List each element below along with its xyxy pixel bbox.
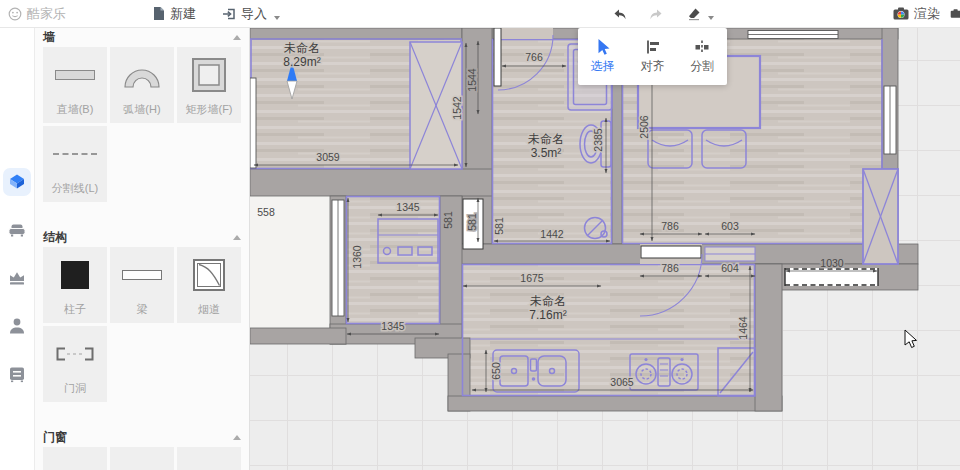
mouse-cursor bbox=[905, 330, 917, 348]
dimension-label: 1544 bbox=[466, 68, 478, 92]
dimension-label: 604 bbox=[721, 262, 739, 274]
tool-double-door[interactable] bbox=[110, 447, 174, 470]
tool-straight-wall[interactable]: 直墙(B) bbox=[43, 47, 107, 123]
tool-rect-wall[interactable]: 矩形墙(F) bbox=[177, 47, 241, 123]
flue-icon bbox=[177, 247, 241, 303]
dimension-label: 1345 bbox=[381, 320, 405, 332]
split-label: 分割 bbox=[690, 58, 714, 75]
room-name[interactable]: 未命名 bbox=[528, 132, 564, 146]
canvas-toolbar: 选择 对齐 分割 bbox=[578, 28, 727, 85]
dimension-label: 3059 bbox=[316, 151, 340, 163]
tool-door-opening[interactable]: 门洞 bbox=[43, 326, 107, 402]
dimension-label: 603 bbox=[721, 220, 739, 232]
undo-button[interactable] bbox=[612, 7, 627, 21]
tool-divider-line[interactable]: 分割线(L) bbox=[43, 126, 107, 202]
render-button[interactable]: 渲染 bbox=[893, 5, 940, 23]
column-icon bbox=[43, 247, 107, 303]
tool-single-door[interactable] bbox=[43, 447, 107, 470]
dimension-label: 581 bbox=[466, 213, 478, 231]
select-cursor-icon bbox=[594, 38, 612, 56]
home-cube-icon bbox=[8, 173, 26, 191]
section-header-wall[interactable]: 墙 bbox=[43, 29, 241, 45]
rail-account-item[interactable] bbox=[3, 312, 31, 340]
dimension-label: 786 bbox=[661, 220, 679, 232]
undo-icon bbox=[612, 7, 627, 21]
eraser-caret-icon bbox=[708, 16, 714, 20]
rail-storage-item[interactable] bbox=[3, 360, 31, 388]
topbar: 酷家乐 新建 导入 bbox=[0, 0, 960, 28]
select-label: 选择 bbox=[591, 58, 615, 75]
dimension-label: 1030 bbox=[820, 257, 844, 269]
room-name[interactable]: 未命名 bbox=[284, 41, 320, 55]
collapse-icon bbox=[233, 435, 241, 440]
top-window bbox=[748, 31, 838, 39]
dimension-label: 558 bbox=[257, 206, 275, 218]
app-window: 酷家乐 新建 导入 bbox=[0, 0, 960, 470]
tool-column[interactable]: 柱子 bbox=[43, 247, 107, 323]
dimension-label: 650 bbox=[490, 362, 502, 380]
right-wall-window bbox=[884, 86, 896, 154]
tool-window[interactable] bbox=[177, 447, 241, 470]
room-area: 3.5m² bbox=[531, 146, 562, 160]
import-label: 导入 bbox=[241, 5, 267, 23]
eraser-button[interactable] bbox=[686, 7, 714, 21]
smiley-logo-icon bbox=[8, 7, 22, 21]
dimension-label: 1464 bbox=[737, 316, 749, 340]
section-header-structure[interactable]: 结构 bbox=[43, 229, 241, 245]
section-title: 门窗 bbox=[43, 429, 67, 446]
align-tool-button[interactable]: 对齐 bbox=[628, 28, 678, 85]
align-label: 对齐 bbox=[641, 58, 665, 75]
sliding-opening bbox=[705, 247, 755, 261]
render-camera-icon bbox=[893, 7, 909, 20]
door-opening-icon bbox=[43, 326, 107, 382]
window-icon bbox=[177, 447, 241, 470]
tool-flue[interactable]: 烟道 bbox=[177, 247, 241, 323]
app-logo[interactable]: 酷家乐 bbox=[8, 0, 66, 27]
collapse-icon bbox=[233, 235, 241, 240]
import-icon bbox=[222, 7, 236, 21]
dimension-label: 581 bbox=[442, 211, 454, 229]
new-label: 新建 bbox=[170, 5, 196, 23]
rail-furniture-item[interactable] bbox=[3, 216, 31, 244]
dimension-label: 1360 bbox=[351, 245, 363, 269]
rail-vip-item[interactable] bbox=[3, 264, 31, 292]
align-icon bbox=[644, 38, 662, 56]
import-caret-icon bbox=[274, 16, 280, 20]
dimension-label: 1345 bbox=[396, 201, 420, 213]
dimension-label: 766 bbox=[525, 51, 543, 63]
floorplan-canvas[interactable]: 3059 1542 766 1544 581 1442 2385 2506 55… bbox=[250, 28, 960, 470]
rect-wall-icon bbox=[177, 47, 241, 103]
tool-beam[interactable]: 梁 bbox=[110, 247, 174, 323]
room-name[interactable]: 未命名 bbox=[530, 294, 566, 308]
wardrobe[interactable] bbox=[863, 169, 898, 264]
render-label: 渲染 bbox=[914, 5, 940, 23]
sofa-icon bbox=[7, 220, 27, 240]
eraser-icon bbox=[686, 7, 701, 21]
dimension-label: 786 bbox=[661, 262, 679, 274]
dimension-label: 2506 bbox=[638, 115, 650, 139]
arc-wall-icon bbox=[110, 47, 174, 103]
straight-wall-icon bbox=[43, 47, 107, 103]
split-tool-button[interactable]: 分割 bbox=[677, 28, 727, 85]
split-icon bbox=[693, 38, 711, 56]
person-icon bbox=[7, 316, 27, 336]
left-rail bbox=[0, 28, 35, 470]
beam-icon bbox=[110, 247, 174, 303]
crown-icon bbox=[7, 268, 27, 288]
rail-floorplan-item[interactable] bbox=[3, 168, 31, 196]
new-button[interactable]: 新建 bbox=[152, 5, 196, 23]
clipped-toolbar-icon[interactable] bbox=[950, 7, 960, 20]
dimension-label: 1542 bbox=[451, 96, 463, 120]
dimension-label: 1675 bbox=[520, 272, 544, 284]
room-area: 8.29m² bbox=[283, 55, 320, 69]
section-title: 墙 bbox=[43, 29, 55, 46]
select-tool-button[interactable]: 选择 bbox=[578, 28, 628, 85]
tool-panel: 墙 直墙(B) 弧墙(H) 矩形墙(F) bbox=[35, 28, 250, 470]
dimension-label: 581 bbox=[493, 217, 505, 235]
redo-button[interactable] bbox=[649, 7, 664, 21]
divider-line-icon bbox=[43, 126, 107, 182]
tool-arc-wall[interactable]: 弧墙(H) bbox=[110, 47, 174, 123]
section-header-doors-windows[interactable]: 门窗 bbox=[43, 429, 241, 445]
redo-icon bbox=[649, 7, 664, 21]
import-button[interactable]: 导入 bbox=[222, 5, 280, 23]
